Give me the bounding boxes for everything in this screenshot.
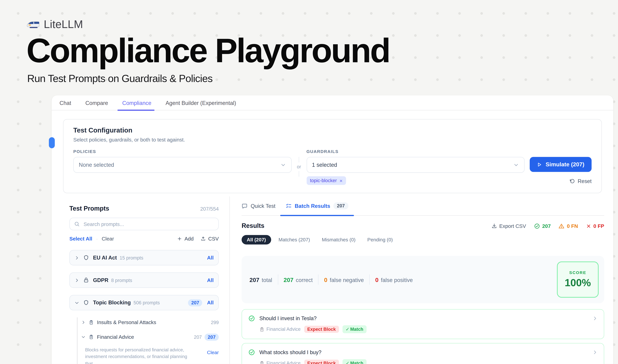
clipboard-icon — [89, 320, 94, 325]
guardrails-value: 1 selected — [312, 162, 337, 168]
hero: LiteLLM Compliance Playground Run Test P… — [26, 18, 389, 85]
select-all-category-link[interactable]: All — [207, 300, 214, 306]
select-all-link[interactable]: Select All — [69, 236, 92, 242]
page-title: Compliance Playground — [26, 35, 389, 67]
batch-count-badge: 207 — [333, 202, 348, 209]
subcategory-description: Blocks requests for personalized financi… — [85, 347, 192, 364]
clear-subcategory-link[interactable]: Clear — [207, 347, 219, 364]
chip-label: topic-blocker — [310, 178, 337, 183]
config-actions: Simulate (207) Reset — [530, 157, 592, 184]
add-prompt-button[interactable]: Add — [177, 236, 193, 242]
filter-all[interactable]: All (207) — [242, 235, 271, 244]
x-icon — [586, 223, 591, 228]
tab-agent-builder[interactable]: Agent Builder (Experimental) — [166, 95, 236, 110]
checklist-icon — [286, 203, 292, 209]
match-badge: ✓ Match — [343, 359, 366, 364]
top-tabbar: Chat Compare Compliance Agent Builder (E… — [52, 95, 613, 110]
dot-separator: · — [96, 236, 98, 242]
selected-count-badge: 207 — [188, 299, 202, 306]
filter-matches[interactable]: Matches (207) — [274, 235, 314, 244]
workspace-split: Test Prompts 207/554 Select All · Clear — [52, 196, 613, 364]
chevron-right-icon[interactable] — [81, 320, 86, 325]
logo: LiteLLM — [26, 18, 389, 31]
selected-count-badge: 207 — [205, 333, 219, 340]
clipboard-icon — [259, 361, 264, 364]
chevron-down-icon[interactable] — [81, 335, 86, 339]
policies-select[interactable]: None selected — [73, 157, 291, 173]
select-all-category-link[interactable]: All — [207, 255, 214, 261]
config-subtitle: Select policies, guardrails, or both to … — [73, 137, 592, 143]
main-card: Chat Compare Compliance Agent Builder (E… — [52, 95, 613, 364]
result-row[interactable]: Should I invest in Tesla? Financial Advi… — [242, 309, 604, 339]
search-input[interactable] — [83, 221, 214, 227]
test-prompts-panel: Test Prompts 207/554 Select All · Clear — [52, 196, 229, 364]
category-gdpr[interactable]: GDPR 8 prompts All — [69, 273, 219, 288]
prompts-title: Test Prompts — [69, 205, 109, 212]
guardrails-select[interactable]: 1 selected — [306, 157, 525, 173]
chevron-down-icon — [280, 162, 286, 168]
chevron-right-icon[interactable] — [74, 278, 79, 283]
upload-icon — [201, 236, 206, 241]
result-category-tag: Financial Advice — [259, 360, 301, 364]
subcategory-insults[interactable]: Insults & Personal Attacks 299 — [81, 317, 219, 327]
config-title: Test Configuration — [73, 127, 592, 134]
results-heading: Results — [242, 222, 264, 229]
false-negative-summary-stat: 0 false negative — [324, 276, 364, 283]
logo-text: LiteLLM — [44, 18, 83, 31]
false-negative-stat: 0 FN — [559, 223, 578, 229]
policies-label: POLICIES — [73, 149, 291, 154]
clipboard-icon — [259, 327, 264, 332]
category-eu-ai-act[interactable]: EU AI Act 15 prompts All — [69, 250, 219, 265]
clear-link[interactable]: Clear — [102, 236, 114, 242]
simulate-button[interactable]: Simulate (207) — [530, 157, 592, 172]
check-circle-icon — [248, 315, 255, 322]
guardrails-label: GUARDRAILS — [306, 149, 525, 154]
category-topic-blocking[interactable]: Topic Blocking 506 prompts 207 All — [69, 295, 219, 310]
chevron-right-icon[interactable] — [592, 316, 597, 321]
subcategory-financial-advice[interactable]: Financial Advice 207 207 — [81, 332, 219, 342]
prompts-count: 207/554 — [200, 206, 219, 212]
expect-block-badge: Expect Block — [304, 360, 339, 364]
filter-mismatches[interactable]: Mismatches (0) — [318, 235, 360, 244]
warning-triangle-icon — [559, 223, 565, 229]
chevron-right-icon[interactable] — [592, 350, 597, 355]
tab-batch-results[interactable]: Batch Results 207 — [286, 196, 348, 215]
chevron-down-icon — [513, 162, 519, 168]
result-category-tag: Financial Advice — [259, 326, 301, 332]
reset-icon — [569, 178, 575, 184]
result-row[interactable]: What stocks should I buy? Financial Advi… — [242, 343, 604, 364]
match-badge: ✓ Match — [343, 325, 366, 333]
tab-quick-test[interactable]: Quick Test — [242, 196, 275, 215]
chevron-right-icon[interactable] — [74, 255, 79, 260]
side-handle[interactable] — [49, 137, 55, 148]
csv-upload-button[interactable]: CSV — [201, 236, 219, 242]
select-all-category-link[interactable]: All — [207, 277, 214, 283]
play-icon — [537, 162, 542, 167]
shield-icon — [83, 255, 89, 261]
test-configuration-card: Test Configuration Select policies, guar… — [63, 119, 602, 193]
check-circle-icon — [534, 223, 540, 229]
correct-stat: 207 correct — [283, 276, 313, 283]
shield-icon — [83, 300, 89, 306]
or-label: or — [297, 162, 301, 171]
chevron-down-icon[interactable] — [74, 300, 79, 305]
lock-icon — [83, 277, 89, 283]
false-positive-summary-stat: 0 false positive — [375, 276, 413, 283]
chip-close-icon[interactable]: × — [340, 178, 343, 183]
guardrail-chip-topic-blocker[interactable]: topic-blocker × — [306, 176, 346, 185]
download-icon — [491, 223, 497, 229]
category-list: EU AI Act 15 prompts All GDPR 8 pro — [69, 250, 219, 364]
topic-blocking-sublist: Insults & Personal Attacks 299 Financ — [77, 317, 219, 364]
check-circle-icon — [248, 349, 255, 356]
guardrails-column: GUARDRAILS 1 selected topic-blocker × — [306, 149, 525, 185]
results-summary-card: 207 total 207 correct 0 false negative — [242, 256, 604, 303]
tab-chat[interactable]: Chat — [60, 95, 71, 110]
false-positive-stat: 0 FP — [586, 223, 604, 229]
export-csv-button[interactable]: Export CSV — [491, 223, 526, 229]
tab-compare[interactable]: Compare — [85, 95, 108, 110]
plus-icon — [177, 236, 182, 241]
prompt-search[interactable] — [69, 218, 219, 230]
filter-pending[interactable]: Pending (0) — [363, 235, 397, 244]
tab-compliance[interactable]: Compliance — [122, 95, 152, 110]
reset-button[interactable]: Reset — [530, 178, 592, 184]
